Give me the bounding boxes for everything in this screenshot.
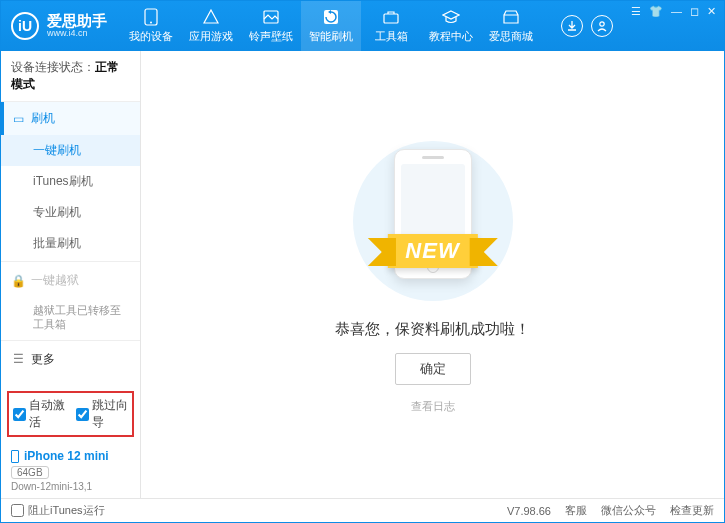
check-update-link[interactable]: 检查更新 — [670, 503, 714, 518]
tab-tutorials[interactable]: 教程中心 — [421, 1, 481, 51]
sidebar: 设备连接状态：正常模式 ▭ 刷机 一键刷机 iTunes刷机 专业刷机 批量刷机… — [1, 51, 141, 498]
graduation-icon — [442, 8, 460, 26]
device-sub: Down-12mini-13,1 — [11, 481, 130, 492]
store-icon — [502, 8, 520, 26]
svg-rect-4 — [384, 14, 398, 23]
app-title: 爱思助手 — [47, 13, 107, 30]
svg-point-1 — [150, 22, 152, 24]
logo-area: iU 爱思助手 www.i4.cn — [1, 1, 121, 51]
apps-icon — [202, 8, 220, 26]
sidebar-item-batch-flash[interactable]: 批量刷机 — [1, 228, 140, 259]
tab-toolbox[interactable]: 工具箱 — [361, 1, 421, 51]
tab-store[interactable]: 爱思商城 — [481, 1, 541, 51]
tab-ringtones[interactable]: 铃声壁纸 — [241, 1, 301, 51]
device-storage: 64GB — [11, 466, 49, 479]
tab-apps-games[interactable]: 应用游戏 — [181, 1, 241, 51]
wallpaper-icon — [262, 8, 280, 26]
device-phone-icon — [11, 450, 19, 463]
version-label: V7.98.66 — [507, 505, 551, 517]
maximize-button[interactable]: ◻ — [690, 5, 699, 18]
auto-activate-checkbox[interactable]: 自动激活 — [13, 397, 66, 431]
minimize-button[interactable]: — — [671, 5, 682, 17]
user-button[interactable] — [591, 15, 613, 37]
menu-button[interactable]: ☰ — [631, 5, 641, 18]
window-controls: ☰ 👕 — ◻ ✕ — [623, 1, 724, 51]
tab-my-device[interactable]: 我的设备 — [121, 1, 181, 51]
skin-button[interactable]: 👕 — [649, 5, 663, 18]
sidebar-group-more[interactable]: ☰ 更多 — [1, 343, 140, 376]
support-link[interactable]: 客服 — [565, 503, 587, 518]
app-url: www.i4.cn — [47, 29, 107, 39]
connection-status: 设备连接状态：正常模式 — [1, 51, 140, 102]
phone-icon — [142, 8, 160, 26]
svg-point-5 — [600, 22, 604, 26]
ok-button[interactable]: 确定 — [395, 353, 471, 385]
skip-guide-checkbox[interactable]: 跳过向导 — [76, 397, 129, 431]
titlebar: iU 爱思助手 www.i4.cn 我的设备 应用游戏 铃声壁纸 智能刷机 工具… — [1, 1, 724, 51]
options-highlight-box: 自动激活 跳过向导 — [7, 391, 134, 437]
close-button[interactable]: ✕ — [707, 5, 716, 18]
success-message: 恭喜您，保资料刷机成功啦！ — [335, 320, 530, 339]
list-icon: ☰ — [11, 352, 25, 366]
tab-flash[interactable]: 智能刷机 — [301, 1, 361, 51]
top-tabs: 我的设备 应用游戏 铃声壁纸 智能刷机 工具箱 教程中心 爱思商城 — [121, 1, 551, 51]
success-illustration: NEW — [338, 136, 528, 306]
sidebar-item-pro-flash[interactable]: 专业刷机 — [1, 197, 140, 228]
wechat-link[interactable]: 微信公众号 — [601, 503, 656, 518]
sidebar-group-jailbreak[interactable]: 🔒 一键越狱 — [1, 264, 140, 297]
sidebar-item-oneclick-flash[interactable]: 一键刷机 — [1, 135, 140, 166]
statusbar: 阻止iTunes运行 V7.98.66 客服 微信公众号 检查更新 — [1, 498, 724, 522]
device-card[interactable]: iPhone 12 mini 64GB Down-12mini-13,1 — [1, 443, 140, 498]
sidebar-item-itunes-flash[interactable]: iTunes刷机 — [1, 166, 140, 197]
toolbox-icon — [382, 8, 400, 26]
phone-small-icon: ▭ — [11, 112, 25, 126]
jailbreak-note: 越狱工具已转移至工具箱 — [1, 297, 140, 338]
download-button[interactable] — [561, 15, 583, 37]
main-content: NEW 恭喜您，保资料刷机成功啦！ 确定 查看日志 — [141, 51, 724, 498]
block-itunes-checkbox[interactable]: 阻止iTunes运行 — [11, 503, 105, 518]
sidebar-group-flash[interactable]: ▭ 刷机 — [1, 102, 140, 135]
sidebar-item-other-tools[interactable]: 其他工具 — [1, 376, 140, 385]
lock-icon: 🔒 — [11, 274, 25, 288]
view-log-link[interactable]: 查看日志 — [411, 399, 455, 414]
refresh-icon — [322, 8, 340, 26]
logo-icon: iU — [11, 12, 39, 40]
new-ribbon: NEW — [387, 234, 477, 268]
